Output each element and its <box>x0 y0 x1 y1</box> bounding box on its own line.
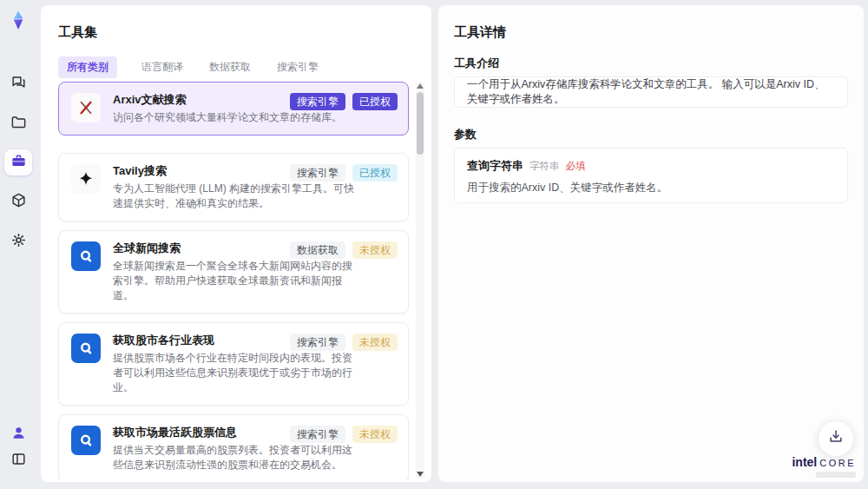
tool-tags: 搜索引擎 未授权 <box>290 334 398 351</box>
tab-all-categories[interactable]: 所有类别 <box>58 56 117 78</box>
tool-desc: 提供当天交易量最高的股票列表。投资者可以利用这些信息来识别流动性强的股票和潜在的… <box>113 443 354 472</box>
intro-box: 一个用于从Arxiv存储库搜索科学论文和文章的工具。 输入可以是Arxiv ID… <box>454 76 848 108</box>
tool-tags: 搜索引擎 已授权 <box>290 93 398 110</box>
news-q-icon <box>71 334 101 363</box>
news-q-icon <box>71 241 101 271</box>
sidebar-item-tools[interactable] <box>4 149 32 175</box>
tab-search-engine[interactable]: 搜索引擎 <box>275 56 320 78</box>
tool-desc: 专为人工智能代理 (LLM) 构建的搜索引擎工具。可快速提供实时、准确和真实的结… <box>113 182 354 211</box>
tool-desc: 提供股票市场各个行业在特定时间段内的表现。投资者可以利用这些信息来识别表现优于或… <box>113 351 354 395</box>
intro-heading: 工具介绍 <box>454 56 499 71</box>
tool-card-tavily[interactable]: Tavily搜索 专为人工智能代理 (LLM) 构建的搜索引擎工具。可快速提供实… <box>58 153 409 221</box>
app-window: 工具集 所有类别 语言翻译 数据获取 搜索引擎 Arxiv文献搜索 访问各个研究… <box>0 0 868 489</box>
scrollbar-thumb[interactable] <box>417 92 424 155</box>
panel-icon <box>10 451 27 471</box>
category-tabs: 所有类别 语言翻译 数据获取 搜索引擎 <box>58 56 320 78</box>
intel-core-branding: intel CORE <box>792 455 856 478</box>
toolset-panel: 工具集 所有类别 语言翻译 数据获取 搜索引擎 Arxiv文献搜索 访问各个研究… <box>41 5 431 482</box>
param-desc: 用于搜索的Arxiv ID、关键字或作者姓名。 <box>467 181 835 195</box>
status-badge: 未授权 <box>352 241 398 259</box>
sidebar-item-account[interactable] <box>8 424 29 445</box>
tool-tags: 数据获取 未授权 <box>290 241 398 259</box>
app-logo-icon <box>7 9 30 31</box>
tool-list: Arxiv文献搜索 访问各个研究领域大量科学论文和文章的存储库。 搜索引擎 已授… <box>58 82 409 480</box>
sidebar <box>0 0 36 489</box>
param-box: 查询字符串 字符串 必填 用于搜索的Arxiv ID、关键字或作者姓名。 <box>454 148 848 203</box>
arxiv-logo-icon <box>71 93 101 122</box>
tool-card-stock-sectors[interactable]: 获取股市各行业表现 提供股票市场各个行业在特定时间段内的表现。投资者可以利用这些… <box>58 322 409 406</box>
intro-text: 一个用于从Arxiv存储库搜索科学论文和文章的工具。 输入可以是Arxiv ID… <box>467 77 835 107</box>
status-badge: 未授权 <box>352 334 398 351</box>
sidebar-item-models[interactable] <box>8 191 29 212</box>
category-tag: 搜索引擎 <box>290 164 345 182</box>
category-tag: 数据获取 <box>290 241 345 259</box>
news-q-icon <box>71 426 101 455</box>
sidebar-item-collapse[interactable] <box>8 450 29 471</box>
sidebar-item-files[interactable] <box>8 113 29 134</box>
category-tag: 搜索引擎 <box>290 426 345 443</box>
status-badge: 已授权 <box>352 164 398 182</box>
sidebar-item-chat[interactable] <box>8 73 29 94</box>
param-name: 查询字符串 <box>467 158 523 174</box>
core-logo-text: CORE <box>819 458 856 468</box>
scroll-up-arrow-icon[interactable] <box>417 83 424 89</box>
status-badge: 已授权 <box>352 93 398 110</box>
intel-logo-text: intel <box>792 455 817 469</box>
tool-desc: 全球新闻搜索是一个聚合全球各大新闻网站内容的搜索引擎。帮助用户快速获取全球最新资… <box>113 259 354 303</box>
tool-tags: 搜索引擎 已授权 <box>290 164 398 182</box>
tool-details-panel: 工具详情 工具介绍 一个用于从Arxiv存储库搜索科学论文和文章的工具。 输入可… <box>438 5 864 482</box>
folder-icon <box>10 114 27 134</box>
cube-icon <box>10 192 27 212</box>
details-title: 工具详情 <box>454 24 506 41</box>
scroll-down-arrow-icon[interactable] <box>417 472 424 477</box>
category-tag: 搜索引擎 <box>290 93 345 110</box>
tool-card-arxiv[interactable]: Arxiv文献搜索 访问各个研究领域大量科学论文和文章的存储库。 搜索引擎 已授… <box>58 82 409 135</box>
gear-icon <box>10 232 27 252</box>
brand-watermark-bar <box>816 472 856 478</box>
download-button[interactable] <box>818 420 854 457</box>
tool-list-scrollbar[interactable] <box>416 82 424 479</box>
params-heading: 参数 <box>454 127 477 142</box>
tavily-star-icon <box>71 164 101 194</box>
param-required-badge: 必填 <box>566 160 586 173</box>
tool-desc: 访问各个研究领域大量科学论文和文章的存储库。 <box>113 110 373 125</box>
tool-tags: 搜索引擎 未授权 <box>290 426 398 443</box>
param-type: 字符串 <box>529 160 560 173</box>
tool-card-global-news[interactable]: 全球新闻搜索 全球新闻搜索是一个聚合全球各大新闻网站内容的搜索引擎。帮助用户快速… <box>58 230 409 314</box>
category-tag: 搜索引擎 <box>290 334 345 351</box>
tool-card-active-stocks[interactable]: 获取市场最活跃股票信息 提供当天交易量最高的股票列表。投资者可以利用这些信息来识… <box>58 414 409 480</box>
tab-language-translation[interactable]: 语言翻译 <box>140 56 185 78</box>
status-badge: 未授权 <box>352 426 398 443</box>
sidebar-item-settings[interactable] <box>8 231 29 252</box>
chat-icon <box>10 74 27 94</box>
toolset-title: 工具集 <box>58 24 97 41</box>
download-icon <box>827 428 845 449</box>
briefcase-icon <box>10 153 27 173</box>
tab-data-fetch[interactable]: 数据获取 <box>207 56 253 78</box>
user-icon <box>10 425 27 445</box>
